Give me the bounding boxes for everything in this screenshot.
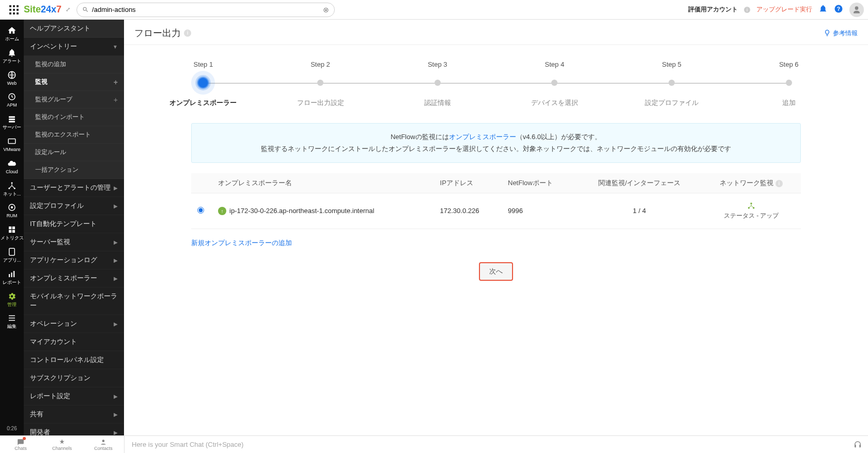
apps-grid-icon[interactable] bbox=[9, 5, 19, 14]
svg-rect-14 bbox=[9, 226, 11, 229]
bottom-contacts[interactable]: Contacts bbox=[83, 436, 124, 453]
rail-report[interactable]: レポート bbox=[0, 266, 24, 289]
menu-user-alert[interactable]: ユーザーとアラートの管理▶ bbox=[24, 179, 124, 197]
svg-point-22 bbox=[750, 202, 752, 204]
rail-web[interactable]: Web bbox=[0, 67, 24, 89]
onprem-poller-link[interactable]: オンプレミスポーラー bbox=[449, 133, 516, 141]
headset-icon[interactable] bbox=[854, 441, 862, 449]
chevron-right-icon: ▶ bbox=[114, 258, 118, 263]
step-5[interactable]: Step 5 設定プロファイル bbox=[613, 61, 731, 108]
clear-search-icon[interactable]: ⊗ bbox=[323, 6, 329, 14]
network-status: ステータス - アップ bbox=[708, 212, 795, 220]
rail-app[interactable]: アプリ... bbox=[0, 244, 24, 266]
menu-my-account[interactable]: マイアカウント bbox=[24, 333, 124, 351]
rail-alert[interactable]: アラート bbox=[0, 45, 24, 67]
side-menu: ヘルプアシスタント インベントリー▼ 監視の追加 監視+ 監視グループ+ 監視の… bbox=[24, 20, 124, 435]
rail-network[interactable]: ネット... bbox=[0, 178, 24, 200]
menu-mobile-poller[interactable]: モバイルネットワークポーラー bbox=[24, 288, 124, 315]
menu-it-automation[interactable]: IT自動化テンプレート bbox=[24, 215, 124, 233]
poller-radio[interactable] bbox=[197, 207, 204, 214]
help-icon[interactable]: ? bbox=[834, 4, 843, 15]
menu-monitor-group[interactable]: 監視グループ+ bbox=[24, 91, 124, 109]
status-up-icon: ↑ bbox=[218, 207, 226, 215]
step-2[interactable]: Step 2 フロー出力設定 bbox=[262, 61, 379, 108]
poller-ip: 172.30.0.226 bbox=[434, 193, 502, 229]
add-poller-link[interactable]: 新規オンプレミスポーラーの追加 bbox=[191, 238, 292, 248]
smart-chat-input[interactable]: Here is your Smart Chat (Ctrl+Space) bbox=[124, 436, 847, 453]
rail-server[interactable]: サーバー bbox=[0, 111, 24, 133]
plus-icon[interactable]: + bbox=[114, 96, 118, 104]
svg-rect-7 bbox=[9, 121, 15, 123]
step-1[interactable]: Step 1 オンプレミスポーラー bbox=[145, 61, 262, 108]
chevron-down-icon: ▼ bbox=[113, 44, 118, 50]
menu-bulk-action[interactable]: 一括アクション bbox=[24, 161, 124, 179]
info-icon[interactable]: i bbox=[776, 180, 783, 187]
chevron-right-icon: ▶ bbox=[114, 321, 118, 327]
rail-metrics[interactable]: メトリクス bbox=[0, 222, 24, 244]
svg-rect-17 bbox=[12, 230, 15, 233]
step-6[interactable]: Step 6 追加 bbox=[730, 61, 847, 108]
svg-rect-19 bbox=[9, 274, 10, 277]
menu-report-settings[interactable]: レポート設定▶ bbox=[24, 387, 124, 405]
rail-vmware[interactable]: VMware bbox=[0, 133, 24, 156]
announcement-icon[interactable] bbox=[818, 4, 828, 15]
bottom-channels[interactable]: Channels bbox=[41, 436, 83, 453]
menu-import[interactable]: 監視のインポート bbox=[24, 109, 124, 126]
rail-cloud[interactable]: Cloud bbox=[0, 156, 24, 178]
svg-rect-15 bbox=[12, 226, 15, 229]
rail-rum[interactable]: RUM bbox=[0, 200, 24, 222]
table-row[interactable]: ↑ip-172-30-0-226.ap-northeast-1.compute.… bbox=[191, 193, 801, 229]
search-box[interactable]: ⊗ bbox=[76, 3, 335, 17]
rail-apm[interactable]: APM bbox=[0, 89, 24, 111]
menu-add-monitor[interactable]: 監視の追加 bbox=[24, 56, 124, 73]
site24x7-logo: Site24x7 bbox=[24, 4, 61, 15]
expand-icon[interactable]: ⤢ bbox=[66, 6, 70, 13]
menu-monitor[interactable]: 監視+ bbox=[24, 73, 124, 91]
upgrade-link[interactable]: アップグレード実行 bbox=[756, 5, 812, 14]
svg-point-2 bbox=[855, 6, 859, 10]
menu-developer[interactable]: 開発者▶ bbox=[24, 424, 124, 435]
menu-config-profile[interactable]: 設定プロファイル▶ bbox=[24, 197, 124, 215]
poller-port: 9996 bbox=[502, 193, 577, 229]
menu-onprem-poller[interactable]: オンプレミスポーラー▶ bbox=[24, 269, 124, 288]
chevron-right-icon: ▶ bbox=[114, 276, 118, 281]
svg-rect-20 bbox=[11, 273, 12, 277]
wizard-stepper: Step 1 オンプレミスポーラー Step 2 フロー出力設定 Step 3 … bbox=[124, 45, 868, 118]
rail-home[interactable]: ホーム bbox=[0, 23, 24, 45]
col-ip: IPアドレス bbox=[434, 173, 502, 193]
plus-icon[interactable]: + bbox=[114, 78, 118, 86]
rail-edit[interactable]: 編集 bbox=[0, 310, 24, 333]
step-3[interactable]: Step 3 認証情報 bbox=[379, 61, 496, 108]
next-button[interactable]: 次へ bbox=[479, 262, 513, 281]
icon-rail: ホーム アラート Web APM サーバー VMware Cloud ネット..… bbox=[0, 20, 24, 435]
chevron-right-icon: ▶ bbox=[114, 412, 118, 417]
chevron-right-icon: ▶ bbox=[114, 239, 118, 245]
lightbulb-icon bbox=[824, 29, 831, 37]
search-icon bbox=[82, 6, 89, 13]
chevron-right-icon: ▶ bbox=[114, 394, 118, 399]
reference-link[interactable]: 参考情報 bbox=[824, 29, 858, 38]
bottom-chats[interactable]: Chats bbox=[0, 436, 41, 453]
menu-control-panel[interactable]: コントロールパネル設定 bbox=[24, 351, 124, 369]
step-4[interactable]: Step 4 デバイスを選択 bbox=[496, 61, 613, 108]
svg-rect-8 bbox=[8, 139, 16, 143]
menu-operation[interactable]: オペレーション▶ bbox=[24, 315, 124, 333]
menu-help-assistant[interactable]: ヘルプアシスタント bbox=[24, 20, 124, 38]
rail-admin[interactable]: 管理 bbox=[0, 289, 24, 311]
menu-app-log[interactable]: アプリケーションログ▶ bbox=[24, 251, 124, 269]
info-icon[interactable]: i bbox=[184, 29, 191, 37]
menu-export[interactable]: 監視のエクスポート bbox=[24, 126, 124, 144]
search-input[interactable] bbox=[92, 6, 323, 13]
svg-rect-5 bbox=[9, 116, 15, 118]
menu-config-rule[interactable]: 設定ルール bbox=[24, 144, 124, 161]
account-label: 評価用アカウント bbox=[688, 5, 738, 14]
svg-rect-6 bbox=[9, 118, 15, 120]
menu-inventory[interactable]: インベントリー▼ bbox=[24, 38, 124, 56]
account-info-icon[interactable]: i bbox=[744, 7, 750, 13]
menu-share[interactable]: 共有▶ bbox=[24, 405, 124, 424]
user-avatar[interactable] bbox=[849, 3, 864, 17]
col-poller-name: オンプレミスポーラー名 bbox=[212, 173, 434, 193]
menu-server-monitor[interactable]: サーバー監視▶ bbox=[24, 233, 124, 251]
svg-point-25 bbox=[102, 440, 105, 442]
menu-subscription[interactable]: サブスクリプション bbox=[24, 369, 124, 387]
